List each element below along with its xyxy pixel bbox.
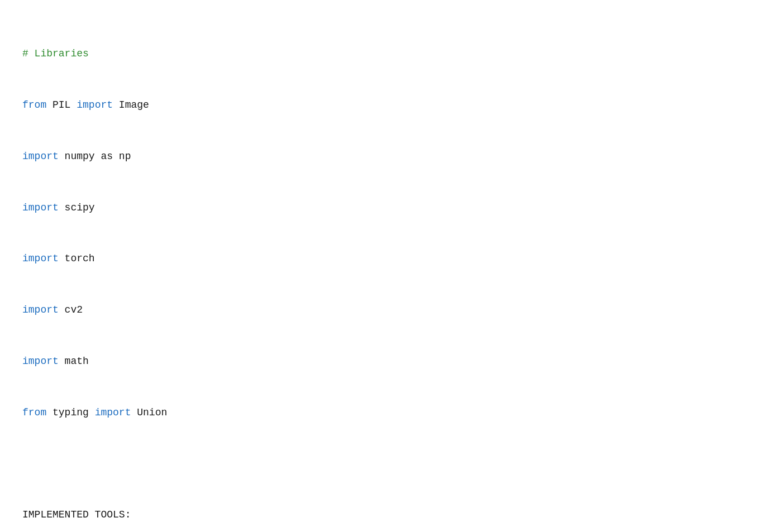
comment-libraries: # Libraries [22,45,760,63]
import-scipy: import scipy [22,199,760,217]
from-typing: from typing import Union [22,404,760,421]
import-cv2: import cv2 [22,301,760,319]
blank-1 [22,455,760,472]
from-pil: from PIL import Image [22,97,760,114]
import-torch: import torch [22,250,760,267]
import-math: import math [22,353,760,370]
import-numpy: import numpy as np [22,148,760,165]
implemented-tools-label: IMPLEMENTED TOOLS: [22,506,760,524]
code-editor: # Libraries from PIL import Image import… [22,11,760,532]
